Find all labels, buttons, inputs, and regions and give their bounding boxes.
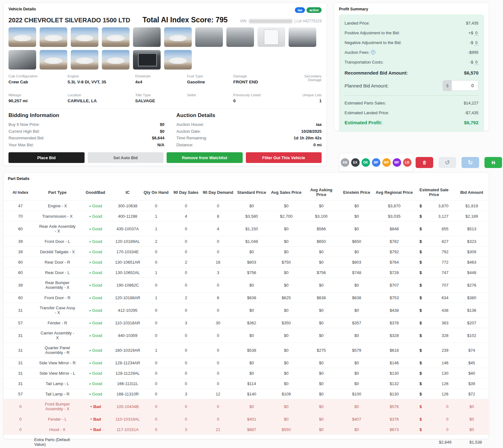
- estimated-sale-price-field[interactable]: $130: [420, 371, 449, 376]
- badge-wp[interactable]: WP: [382, 158, 391, 167]
- vehicle-photo-thumbnail[interactable]: [133, 50, 161, 70]
- info-icon[interactable]: ?: [371, 50, 375, 54]
- vehicle-photo-thumbnail[interactable]: [40, 50, 67, 70]
- estimated-sale-price-field[interactable]: $792: [420, 249, 449, 254]
- table-cell: $0: [235, 278, 269, 293]
- good-bad-toggle[interactable]: ▲Good: [89, 308, 102, 313]
- delete-button[interactable]: [416, 157, 433, 168]
- good-bad-toggle[interactable]: ▲Good: [89, 348, 102, 353]
- good-bad-toggle[interactable]: ▲Good: [89, 260, 102, 265]
- place-bid-button[interactable]: Place Bid: [8, 152, 85, 163]
- planned-bid-input[interactable]: [452, 81, 478, 91]
- undo-button[interactable]: ↺: [439, 157, 456, 168]
- good-bad-toggle[interactable]: ▲Good: [89, 239, 102, 244]
- table-cell: [142, 435, 170, 448]
- vehicle-photo-thumbnail[interactable]: [102, 27, 130, 47]
- table-cell: $782: [374, 236, 414, 247]
- editable-amount[interactable]: 0: [474, 40, 478, 45]
- badge-bp[interactable]: BP: [372, 158, 380, 167]
- estimated-sale-price-field[interactable]: $126: [420, 392, 449, 396]
- badge-wf[interactable]: WF: [393, 158, 401, 167]
- vehicle-photo-thumbnail[interactable]: [40, 27, 67, 47]
- estimated-sale-price-field[interactable]: $363: [420, 321, 449, 325]
- table-cell: $0: [269, 267, 304, 278]
- estimated-sale-price-field[interactable]: $772: [420, 260, 449, 265]
- good-bad-toggle[interactable]: ▼Bad: [90, 417, 101, 422]
- estimated-sale-price-field[interactable]: $438: [420, 308, 449, 313]
- table-cell: $323: [454, 236, 489, 247]
- vehicle-photo-thumbnail[interactable]: [8, 27, 36, 47]
- good-bad-toggle[interactable]: ▲Good: [89, 333, 102, 338]
- badge-an[interactable]: AN: [341, 158, 349, 167]
- good-bad-toggle[interactable]: ▼Bad: [90, 427, 101, 432]
- set-auto-bid-button[interactable]: Set Auto Bid: [88, 152, 164, 163]
- vehicle-photo-thumbnail[interactable]: [133, 27, 161, 47]
- vehicle-photo-thumbnail[interactable]: [71, 50, 98, 70]
- profit-row-transportation-costs: Transportation Costs: -$ 0: [345, 57, 478, 67]
- table-cell: 412-10295: [113, 303, 142, 318]
- good-bad-toggle[interactable]: ▲Good: [89, 295, 102, 300]
- good-bad-toggle[interactable]: ▲Good: [89, 270, 102, 275]
- filter-out-this-vehicle-button[interactable]: Filter Out This Vehicle: [246, 152, 322, 163]
- table-cell: $130: [414, 368, 454, 378]
- column-header-standard-price: Standard Price: [235, 184, 269, 201]
- vehicle-photo-thumbnail[interactable]: [164, 27, 192, 47]
- good-bad-toggle[interactable]: ▲Good: [89, 321, 102, 325]
- estimated-sale-price-field[interactable]: $634: [420, 295, 449, 300]
- estimated-sale-price-field[interactable]: $3,870: [420, 204, 449, 208]
- table-cell: 60: [3, 257, 37, 267]
- estimated-sale-price-field[interactable]: $328: [420, 333, 449, 338]
- estimated-sale-price-field[interactable]: $747: [420, 270, 449, 275]
- good-bad-toggle[interactable]: ▲Good: [89, 227, 102, 231]
- good-bad-toggle[interactable]: ▼Bad: [90, 404, 101, 409]
- table-cell: $579: [339, 343, 374, 358]
- table-cell: 0: [142, 424, 170, 435]
- table-cell: ▲Good: [77, 343, 113, 358]
- estimated-sale-price-field[interactable]: $239: [420, 348, 449, 353]
- badge-ok[interactable]: OK: [362, 158, 370, 167]
- profit-row-recommended-bid-amount: Recommended Bid Amount:$6,570: [345, 67, 478, 78]
- table-cell: $1,048: [235, 236, 269, 247]
- good-bad-toggle[interactable]: ▲Good: [89, 361, 102, 365]
- good-bad-toggle[interactable]: ▲Good: [89, 371, 102, 376]
- estimated-sale-price-field[interactable]: $3,127: [420, 214, 449, 219]
- editable-amount[interactable]: 0: [474, 31, 478, 36]
- vehicle-photo-thumbnail[interactable]: [226, 27, 254, 47]
- remove-from-watchlist-button[interactable]: Remove from Watchlist: [167, 152, 243, 163]
- good-bad-toggle[interactable]: ▲Good: [89, 249, 102, 254]
- vehicle-photo-thumbnail[interactable]: [289, 27, 316, 47]
- estimated-sale-price-field[interactable]: $146: [420, 361, 449, 365]
- estimated-sale-price-field[interactable]: $126: [420, 381, 449, 386]
- table-cell: $0: [269, 414, 304, 424]
- table-row: 60Rear Door - R▲Good130-10651AR0216$803$…: [3, 257, 489, 267]
- table-cell: $0: [414, 424, 454, 435]
- badge-lo[interactable]: LO: [403, 158, 412, 167]
- estimated-sale-price-field[interactable]: $827: [420, 239, 449, 244]
- table-cell: $0: [235, 368, 269, 378]
- good-bad-toggle[interactable]: ▲Good: [89, 204, 102, 208]
- vehicle-photo-thumbnail[interactable]: [71, 27, 98, 47]
- estimated-sale-price-field[interactable]: $0: [420, 417, 449, 422]
- vehicle-photo-thumbnail[interactable]: [257, 27, 285, 47]
- estimated-sale-price-field[interactable]: $0: [420, 404, 449, 409]
- table-cell: 0: [202, 358, 235, 368]
- vehicle-photo-thumbnail[interactable]: [164, 50, 192, 70]
- redo-button[interactable]: ↻: [462, 157, 479, 168]
- estimated-sale-price-field[interactable]: $855: [420, 227, 449, 231]
- save-button[interactable]: [484, 157, 502, 168]
- table-cell: $132: [374, 378, 414, 389]
- good-bad-toggle[interactable]: ▲Good: [89, 392, 102, 396]
- spec-secondary-damage: Secondary Damage: [290, 74, 322, 88]
- vehicle-photo-thumbnail[interactable]: [195, 27, 223, 47]
- vehicle-photo-thumbnail[interactable]: [8, 50, 36, 70]
- good-bad-toggle[interactable]: ▲Good: [89, 381, 102, 386]
- editable-amount[interactable]: 0: [474, 60, 478, 65]
- good-bad-toggle[interactable]: ▲Good: [89, 283, 102, 288]
- badge-ex[interactable]: EX: [351, 158, 360, 167]
- undo-icon: ↺: [445, 159, 450, 166]
- vehicle-photo-thumbnail[interactable]: [102, 50, 130, 70]
- estimated-sale-price-field[interactable]: $707: [420, 283, 449, 288]
- auction-rows: Auction House: iaa Auction Date: 10/28/2…: [176, 121, 322, 148]
- good-bad-toggle[interactable]: ▲Good: [89, 214, 102, 219]
- estimated-sale-price-field[interactable]: $0: [420, 427, 449, 432]
